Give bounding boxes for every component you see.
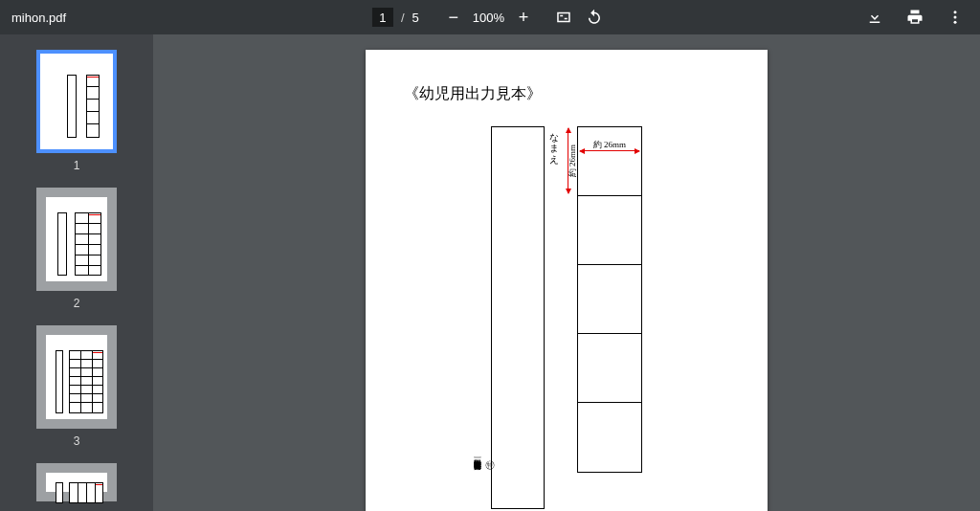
grid-cell (578, 403, 641, 472)
horizontal-dimension-arrow (580, 150, 639, 151)
thumbnail-2[interactable]: 2 (36, 188, 117, 310)
thumbnail-label: 1 (74, 159, 80, 172)
toolbar-center: / 5 − 100% + (372, 0, 608, 34)
svg-point-0 (954, 11, 957, 13)
main-area: 1 2 (0, 34, 980, 511)
zoom-level: 100% (473, 11, 504, 25)
zoom-in-button[interactable]: + (510, 4, 537, 31)
grid-box: 約 26mm (577, 126, 642, 473)
zoom-out-button[interactable]: − (440, 4, 467, 31)
page-count: 5 (412, 11, 419, 25)
thumbnail-label: 2 (74, 297, 80, 310)
pdf-toolbar: mihon.pdf / 5 − 100% + (0, 0, 980, 34)
thumbnail-sidebar[interactable]: 1 2 (0, 34, 153, 511)
print-button[interactable] (902, 4, 928, 31)
page-separator: / (401, 11, 405, 25)
filename: mihon.pdf (11, 11, 66, 25)
rotate-icon (586, 9, 603, 26)
download-button[interactable] (861, 4, 888, 31)
name-column-box (491, 126, 545, 509)
page-number-input[interactable] (372, 8, 393, 27)
print-icon (906, 9, 924, 26)
svg-point-2 (954, 21, 957, 24)
page-viewport[interactable]: 《幼児用出力見本》 ㊕ 一般財団法人 全国書写書道教育振興会 なまえ (153, 34, 980, 511)
pdf-page: 《幼児用出力見本》 ㊕ 一般財団法人 全国書写書道教育振興会 なまえ (366, 50, 768, 511)
fit-page-icon (555, 9, 572, 26)
thumbnail-3[interactable]: 3 (36, 325, 117, 448)
svg-point-1 (954, 16, 957, 19)
thumbnail-label: 3 (74, 434, 80, 448)
grid-cell (578, 196, 641, 265)
more-icon (947, 9, 964, 26)
rotate-button[interactable] (581, 4, 608, 31)
grid-cell: 約 26mm (578, 127, 641, 196)
toolbar-right (861, 4, 969, 31)
grid-cell (578, 265, 641, 334)
thumbnail-4[interactable] (36, 463, 117, 501)
boxes-area: ㊕ 一般財団法人 全国書写書道教育振興会 なまえ 約 26mm (366, 126, 768, 509)
thumbnail-1[interactable]: 1 (36, 50, 117, 172)
name-label: なまえ (546, 126, 560, 158)
document-title: 《幼児用出力見本》 (404, 84, 729, 104)
fit-page-button[interactable] (550, 4, 577, 31)
more-menu-button[interactable] (942, 4, 969, 31)
download-icon (866, 9, 883, 26)
grid-cell (578, 334, 641, 403)
